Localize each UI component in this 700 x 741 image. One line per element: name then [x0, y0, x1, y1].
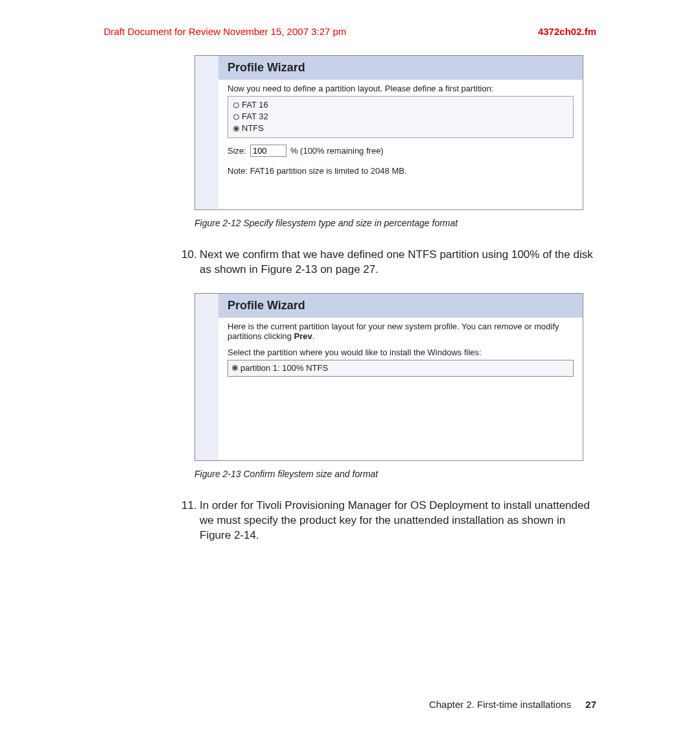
- figure-caption-2-12: Figure 2-12 Specify filesystem type and …: [194, 218, 596, 228]
- page-number: 27: [585, 699, 596, 710]
- radio-icon: [232, 365, 238, 371]
- chapter-label: Chapter 2. First-time installations: [429, 699, 571, 710]
- filesystem-radio-group: FAT 16 FAT 32 NTFS: [228, 96, 574, 138]
- page-header: Draft Document for Review November 15, 2…: [104, 26, 596, 37]
- size-suffix: % (100% remaining free): [290, 146, 384, 156]
- partition-radio-group: partition 1: 100% NTFS: [228, 360, 574, 377]
- radio-icon: [233, 114, 239, 120]
- size-input[interactable]: [250, 145, 286, 157]
- size-row: Size: % (100% remaining free): [228, 145, 574, 157]
- draft-label: Draft Document for Review November 15, 2…: [104, 26, 346, 37]
- figure-caption-2-13: Figure 2-13 Confirm fileystem size and f…: [194, 469, 596, 479]
- step-text: In order for Tivoli Provisioning Manager…: [200, 499, 596, 543]
- page-footer: Chapter 2. First-time installations 27: [429, 699, 596, 710]
- wizard-title: Profile Wizard: [218, 294, 583, 318]
- partition-select-label: Select the partition where you would lik…: [228, 347, 574, 357]
- step-11: 11. In order for Tivoli Provisioning Man…: [181, 499, 596, 543]
- wizard-description: Now you need to define a partition layou…: [228, 84, 574, 93]
- wizard-description: Here is the current partition layout for…: [228, 322, 574, 341]
- wizard-sidebar: [195, 56, 218, 209]
- radio-fat16[interactable]: FAT 16: [233, 99, 568, 111]
- radio-icon: [233, 126, 239, 132]
- profile-wizard-figure-1: Profile Wizard Now you need to define a …: [194, 55, 583, 210]
- step-text: Next we confirm that we have defined one…: [200, 248, 596, 277]
- radio-label: NTFS: [242, 123, 264, 134]
- step-number: 10.: [181, 248, 200, 277]
- step-number: 11.: [181, 499, 200, 543]
- size-label: Size:: [228, 146, 246, 156]
- wizard-title: Profile Wizard: [218, 56, 583, 80]
- filename-label: 4372ch02.fm: [538, 26, 596, 37]
- radio-fat32[interactable]: FAT 32: [233, 111, 568, 123]
- radio-ntfs[interactable]: NTFS: [233, 123, 568, 134]
- desc-text: Here is the current partition layout for…: [228, 322, 559, 341]
- radio-label: FAT 32: [242, 111, 268, 123]
- desc-bold: Prev: [294, 331, 312, 341]
- radio-label: FAT 16: [242, 99, 268, 111]
- desc-text: .: [312, 331, 315, 341]
- step-10: 10. Next we confirm that we have defined…: [181, 248, 596, 277]
- radio-label: partition 1: 100% NTFS: [240, 362, 328, 374]
- profile-wizard-figure-2: Profile Wizard Here is the current parti…: [194, 293, 583, 461]
- wizard-sidebar: [195, 294, 218, 460]
- radio-icon: [233, 102, 239, 108]
- radio-partition-1[interactable]: partition 1: 100% NTFS: [232, 362, 569, 374]
- wizard-note: Note: FAT16 partition size is limited to…: [228, 166, 574, 176]
